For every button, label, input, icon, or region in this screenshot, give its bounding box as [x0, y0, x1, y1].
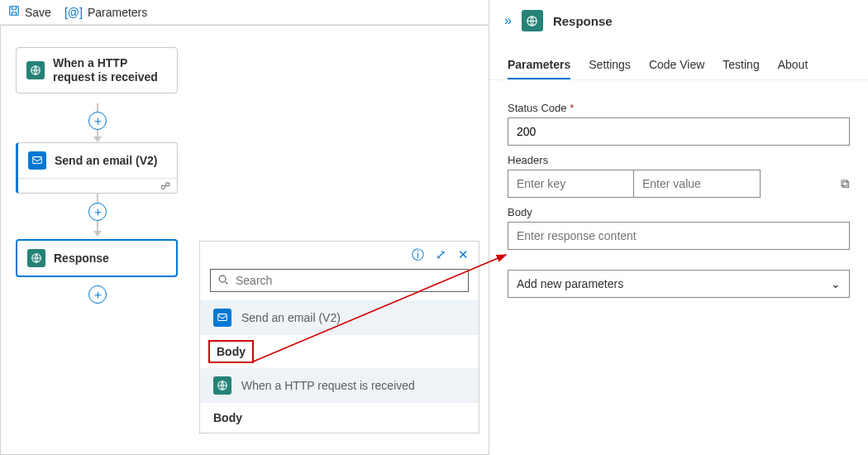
status-code-input[interactable]: [508, 117, 850, 146]
details-panel: » Response Parameters Settings Code View…: [489, 0, 868, 455]
dynamic-content-picker: ⓘ ⤢ ✕ Send an email (V2) Body When a HTT…: [199, 241, 479, 433]
svg-rect-5: [218, 314, 227, 321]
collapse-panel-icon[interactable]: »: [504, 13, 512, 28]
add-step-button[interactable]: ＋: [88, 203, 107, 221]
add-step-button[interactable]: ＋: [88, 112, 107, 130]
node-title: Response: [54, 251, 109, 266]
mail-icon: [213, 309, 231, 327]
add-new-parameters-dropdown[interactable]: Add new parameters ⌄: [508, 270, 850, 298]
svg-point-4: [219, 275, 226, 282]
picker-item-label: Send an email (V2): [241, 311, 341, 324]
add-step-button[interactable]: ＋: [88, 285, 107, 304]
picker-item-label: When a HTTP request is received: [241, 379, 415, 392]
tab-testing[interactable]: Testing: [723, 58, 759, 79]
node-title: Send an email (V2): [55, 154, 157, 168]
header-actions-icon[interactable]: ⧉: [841, 176, 850, 191]
panel-tabs: Parameters Settings Code View Testing Ab…: [489, 41, 868, 80]
add-new-label: Add new parameters: [517, 277, 623, 290]
node-title: When a HTTP request is received: [53, 56, 167, 84]
globe-icon: [26, 61, 45, 79]
parameters-button[interactable]: [@] Parameters: [64, 6, 147, 19]
node-send-email[interactable]: Send an email (V2) ☍: [16, 142, 178, 194]
node-http-trigger[interactable]: When a HTTP request is received: [16, 47, 178, 93]
panel-title: Response: [553, 14, 613, 28]
status-code-label: Status Code *: [508, 102, 850, 114]
parameters-icon: [@]: [64, 6, 83, 19]
headers-label: Headers: [508, 154, 850, 166]
picker-source-email[interactable]: Send an email (V2): [200, 300, 479, 335]
header-key-input[interactable]: [508, 170, 634, 198]
globe-icon: [27, 249, 45, 267]
body-input[interactable]: [508, 222, 850, 250]
search-input[interactable]: [236, 274, 461, 287]
arrowhead-icon: [93, 136, 102, 142]
svg-rect-0: [10, 7, 19, 16]
node-footer-link-icon: ☍: [18, 178, 177, 193]
parameters-label: Parameters: [88, 6, 147, 19]
search-icon: [217, 274, 229, 288]
save-button[interactable]: Save: [8, 5, 51, 19]
info-icon[interactable]: ⓘ: [412, 247, 424, 263]
picker-token-body[interactable]: Body: [200, 403, 479, 433]
expand-icon[interactable]: ⤢: [436, 247, 446, 263]
header-value-input[interactable]: [634, 170, 761, 198]
tab-code-view[interactable]: Code View: [649, 58, 704, 79]
close-icon[interactable]: ✕: [458, 247, 469, 263]
mail-icon: [28, 151, 46, 170]
picker-token-body-highlighted[interactable]: Body: [208, 340, 254, 363]
picker-source-http[interactable]: When a HTTP request is received: [200, 368, 479, 403]
save-icon: [8, 5, 20, 19]
arrowhead-icon: [93, 231, 102, 237]
tab-parameters[interactable]: Parameters: [508, 58, 570, 79]
tab-settings[interactable]: Settings: [589, 58, 631, 79]
save-label: Save: [25, 6, 51, 19]
globe-icon: [213, 376, 231, 395]
globe-icon: [522, 10, 543, 31]
body-label: Body: [508, 206, 850, 218]
node-response[interactable]: Response: [16, 239, 178, 277]
search-input-wrapper: [210, 269, 469, 292]
chevron-down-icon: ⌄: [831, 277, 841, 290]
tab-about[interactable]: About: [778, 58, 808, 79]
svg-rect-2: [33, 157, 42, 164]
